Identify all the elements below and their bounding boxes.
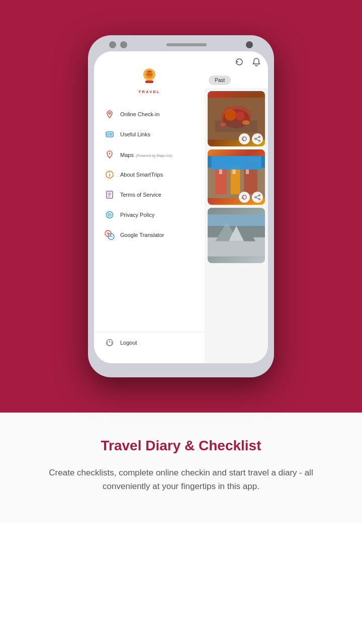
menu-label-about: About SmartTrips bbox=[120, 172, 163, 178]
camera-dot bbox=[109, 41, 116, 48]
sidebar-logo: TRAVEL bbox=[94, 61, 205, 104]
maps-label-group: Maps (Powered by Maps.me) bbox=[120, 150, 172, 159]
phone-speaker bbox=[166, 43, 207, 46]
svg-point-19 bbox=[109, 214, 110, 215]
svg-point-34 bbox=[255, 138, 256, 140]
card-share-1[interactable] bbox=[252, 133, 263, 144]
svg-rect-44 bbox=[232, 170, 235, 174]
svg-point-3 bbox=[109, 112, 111, 114]
menu-sublabel-maps: (Powered by Maps.me) bbox=[136, 154, 172, 157]
app-logo-icon bbox=[138, 66, 160, 89]
svg-point-31 bbox=[242, 120, 249, 125]
image-card-1 bbox=[208, 91, 265, 146]
menu-item-links[interactable]: Useful Links bbox=[99, 124, 200, 144]
menu-item-maps[interactable]: Maps (Powered by Maps.me) bbox=[99, 144, 200, 165]
map-icon bbox=[104, 149, 115, 160]
menu-label-translator: Google Translator bbox=[120, 232, 164, 238]
privacy-icon bbox=[104, 209, 115, 220]
app-header bbox=[205, 51, 268, 72]
svg-point-9 bbox=[109, 153, 111, 154]
sidebar-menu: Online Check-in bbox=[94, 104, 205, 327]
camera-dot-2 bbox=[120, 41, 127, 48]
logout-icon bbox=[104, 337, 115, 348]
bottom-title: Travel Diary & Checklist bbox=[20, 438, 342, 454]
menu-label-links: Useful Links bbox=[120, 131, 150, 137]
image-card-2 bbox=[208, 149, 265, 205]
svg-rect-2 bbox=[145, 80, 153, 83]
logo-text: TRAVEL bbox=[138, 90, 160, 94]
front-camera bbox=[246, 41, 253, 48]
svg-point-32 bbox=[259, 136, 260, 138]
svg-point-46 bbox=[259, 195, 260, 196]
svg-rect-42 bbox=[212, 156, 261, 170]
menu-item-translator[interactable]: Google Translator bbox=[99, 225, 200, 245]
menu-label-privacy: Privacy Policy bbox=[120, 212, 154, 218]
links-icon bbox=[104, 129, 115, 140]
svg-rect-45 bbox=[246, 170, 249, 174]
top-section: TRAVEL Online Check-in bbox=[0, 0, 362, 413]
image-card-3 bbox=[208, 208, 265, 263]
menu-label-terms: Terms of Service bbox=[120, 192, 161, 198]
logout-button[interactable]: Logout bbox=[94, 332, 205, 353]
bottom-section: Travel Diary & Checklist Create checklis… bbox=[0, 413, 362, 523]
card-actions-2 bbox=[239, 192, 263, 203]
svg-rect-29 bbox=[215, 121, 257, 132]
phone-top-bar bbox=[94, 41, 268, 48]
svg-rect-56 bbox=[208, 214, 265, 226]
svg-point-12 bbox=[109, 173, 110, 174]
bottom-description: Create checklists, complete online check… bbox=[30, 466, 332, 493]
menu-item-checkin[interactable]: Online Check-in bbox=[99, 104, 200, 124]
menu-item-privacy[interactable]: Privacy Policy bbox=[99, 205, 200, 225]
svg-point-48 bbox=[255, 197, 256, 198]
content-images bbox=[205, 88, 268, 363]
svg-line-50 bbox=[256, 198, 258, 199]
phone-frame: TRAVEL Online Check-in bbox=[88, 35, 274, 377]
card-actions-1 bbox=[239, 133, 263, 144]
svg-point-33 bbox=[259, 140, 260, 142]
app-sidebar: TRAVEL Online Check-in bbox=[94, 51, 205, 363]
refresh-header-icon[interactable] bbox=[233, 55, 246, 68]
svg-point-27 bbox=[225, 109, 236, 121]
svg-line-49 bbox=[256, 196, 258, 197]
svg-point-30 bbox=[220, 123, 226, 127]
menu-item-terms[interactable]: Terms of Service bbox=[99, 185, 200, 205]
phone-cameras bbox=[109, 41, 127, 48]
tab-past[interactable]: Past bbox=[209, 75, 231, 85]
svg-line-36 bbox=[256, 139, 258, 140]
svg-point-47 bbox=[259, 199, 260, 200]
card-share-2[interactable] bbox=[252, 192, 263, 203]
menu-label-checkin: Online Check-in bbox=[120, 111, 159, 117]
card-refresh-1[interactable] bbox=[239, 133, 250, 144]
svg-line-35 bbox=[256, 137, 258, 138]
phone-screen: TRAVEL Online Check-in bbox=[94, 51, 268, 363]
app-content: Past bbox=[205, 51, 268, 363]
tabs-row: Past bbox=[205, 72, 268, 88]
info-icon bbox=[104, 169, 115, 180]
card-refresh-2[interactable] bbox=[239, 192, 250, 203]
svg-point-28 bbox=[235, 112, 244, 121]
svg-point-5 bbox=[107, 133, 109, 135]
translator-icon bbox=[104, 229, 115, 240]
bell-icon[interactable] bbox=[250, 55, 263, 68]
menu-item-about[interactable]: About SmartTrips bbox=[99, 165, 200, 185]
logout-label: Logout bbox=[120, 340, 137, 346]
terms-icon bbox=[104, 189, 115, 200]
checkin-icon bbox=[104, 109, 115, 120]
menu-label-maps: Maps bbox=[120, 152, 134, 158]
svg-rect-43 bbox=[219, 170, 222, 174]
